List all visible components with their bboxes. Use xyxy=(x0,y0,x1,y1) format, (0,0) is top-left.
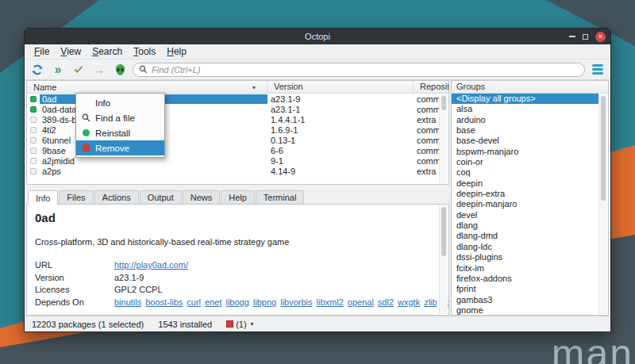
dependency-link[interactable]: curl xyxy=(187,297,201,307)
dependency-link[interactable]: wxgtk xyxy=(398,297,420,307)
group-item[interactable]: arduino xyxy=(452,115,598,125)
menu-item-reinstall[interactable]: Reinstall xyxy=(76,125,164,140)
commit-button[interactable] xyxy=(71,62,87,78)
group-item[interactable]: bspwm-manjaro xyxy=(452,147,598,157)
groups-scrollbar[interactable] xyxy=(598,94,607,314)
tab-actions[interactable]: Actions xyxy=(94,190,139,204)
panel-toggle-button[interactable] xyxy=(590,62,606,78)
package-status-icon xyxy=(27,148,40,154)
group-item[interactable]: base-devel xyxy=(452,136,598,146)
table-scrollbar[interactable] xyxy=(439,94,448,183)
titlebar[interactable]: Octopi × xyxy=(25,29,610,44)
scrollbar-thumb[interactable] xyxy=(441,207,446,256)
url-label: URL xyxy=(35,260,114,270)
tab-news[interactable]: News xyxy=(183,190,221,204)
depends-list: binutilsboost-libscurlenetlibogglibpngli… xyxy=(114,297,449,308)
maximize-icon[interactable] xyxy=(583,34,588,40)
group-item[interactable]: <Display all groups> xyxy=(452,94,598,104)
wallpaper-brand-text: man xyxy=(552,334,633,364)
column-header-name[interactable]: Name ▾ xyxy=(27,81,267,93)
menu-help[interactable]: Help xyxy=(161,46,192,57)
info-scrollbar[interactable] xyxy=(439,205,448,314)
package-status-icon xyxy=(27,168,40,174)
group-item[interactable]: firefox-addons xyxy=(452,274,598,284)
octopi-window: Octopi × File View Search Tools Help » xyxy=(24,28,611,332)
column-header-repository[interactable]: Repository xyxy=(414,81,448,93)
remove-square-icon xyxy=(80,144,91,151)
group-item[interactable]: dssi-plugins xyxy=(452,252,598,262)
group-item[interactable]: deepin-extra xyxy=(452,189,598,199)
menu-item-find-a-file[interactable]: Find a file xyxy=(76,110,164,125)
group-item[interactable]: coq xyxy=(452,167,598,178)
dependency-link[interactable]: sdl2 xyxy=(378,297,394,307)
package-repo: community xyxy=(414,146,439,155)
dependency-link[interactable]: libogg xyxy=(225,297,248,307)
menu-item-info[interactable]: Info xyxy=(76,95,164,110)
group-item[interactable]: devel xyxy=(452,210,598,220)
package-version: 1.6.9-1 xyxy=(267,125,414,135)
group-item[interactable]: fcitx-im xyxy=(452,263,598,274)
dependency-link[interactable]: enet xyxy=(205,297,221,307)
group-item[interactable]: dlang xyxy=(452,220,598,231)
group-item[interactable]: dlang-dmd xyxy=(452,231,598,241)
tab-info[interactable]: Info xyxy=(28,190,58,205)
tab-help[interactable]: Help xyxy=(221,190,255,204)
column-header-version[interactable]: Version xyxy=(267,81,414,93)
sync-database-button[interactable] xyxy=(29,62,45,78)
dependency-link[interactable]: libvorbis xyxy=(280,297,312,307)
search-input[interactable] xyxy=(152,65,579,75)
menu-tools[interactable]: Tools xyxy=(128,46,161,57)
minimize-icon[interactable] xyxy=(569,36,575,37)
dependency-link[interactable]: openal xyxy=(348,297,374,307)
tab-files[interactable]: Files xyxy=(59,190,93,204)
group-item[interactable]: gnome xyxy=(452,305,598,315)
package-status-icon xyxy=(27,158,40,164)
version-label: Version xyxy=(35,273,114,283)
depends-label: Depends On xyxy=(35,297,114,308)
menu-file[interactable]: File xyxy=(29,46,55,57)
package-repo: community xyxy=(414,156,439,166)
scrollbar-thumb[interactable] xyxy=(441,96,446,110)
remove-marker-icon xyxy=(226,320,233,328)
package-version: a23.1-1 xyxy=(267,105,414,114)
fast-forward-icon: » xyxy=(55,63,62,76)
group-item[interactable]: dlang-ldc xyxy=(452,242,598,252)
package-version: 4.14-9 xyxy=(267,167,414,176)
reinstall-dot-icon xyxy=(80,129,91,136)
rollback-button[interactable]: → xyxy=(91,62,107,78)
package-version: 6-6 xyxy=(267,146,414,155)
group-item[interactable]: deepin xyxy=(452,178,598,189)
package-name[interactable]: a2ps xyxy=(40,167,267,176)
dependency-link[interactable]: boost-libs xyxy=(145,297,183,307)
table-row[interactable]: a2ps 4.14-9 extra xyxy=(27,166,448,176)
menu-item-remove[interactable]: Remove xyxy=(76,140,164,155)
dependency-link[interactable]: libpng xyxy=(253,297,276,307)
dependency-link[interactable]: zlib xyxy=(424,297,437,307)
alien-icon xyxy=(114,63,126,76)
search-box[interactable] xyxy=(133,63,585,77)
tab-terminal[interactable]: Terminal xyxy=(256,190,305,204)
close-icon[interactable]: × xyxy=(595,32,606,42)
group-item[interactable]: gambas3 xyxy=(452,295,598,305)
package-repo: community xyxy=(414,125,439,135)
dependency-link[interactable]: binutils xyxy=(114,297,141,307)
menu-view[interactable]: View xyxy=(55,46,87,57)
menu-search[interactable]: Search xyxy=(87,46,128,57)
group-item[interactable]: fprint xyxy=(452,284,598,294)
group-item[interactable]: deepin-manjaro xyxy=(452,199,598,209)
licenses-label: Licenses xyxy=(35,285,114,295)
chevron-down-icon[interactable]: ▾ xyxy=(251,320,254,328)
scrollbar-thumb[interactable] xyxy=(601,96,606,201)
system-upgrade-button[interactable]: » xyxy=(50,62,66,78)
group-item[interactable]: coin-or xyxy=(452,157,598,167)
bars-icon xyxy=(592,64,603,67)
aur-button[interactable] xyxy=(112,62,128,78)
package-title: 0ad xyxy=(35,211,437,224)
group-item[interactable]: base xyxy=(452,125,598,136)
sort-indicator-icon[interactable]: ▾ xyxy=(252,84,264,91)
groups-header[interactable]: Groups xyxy=(452,81,608,94)
group-item[interactable]: alsa xyxy=(452,104,598,114)
url-link[interactable]: http://play0ad.com/ xyxy=(114,260,188,270)
dependency-link[interactable]: libxml2 xyxy=(317,297,344,307)
tab-output[interactable]: Output xyxy=(140,190,182,204)
